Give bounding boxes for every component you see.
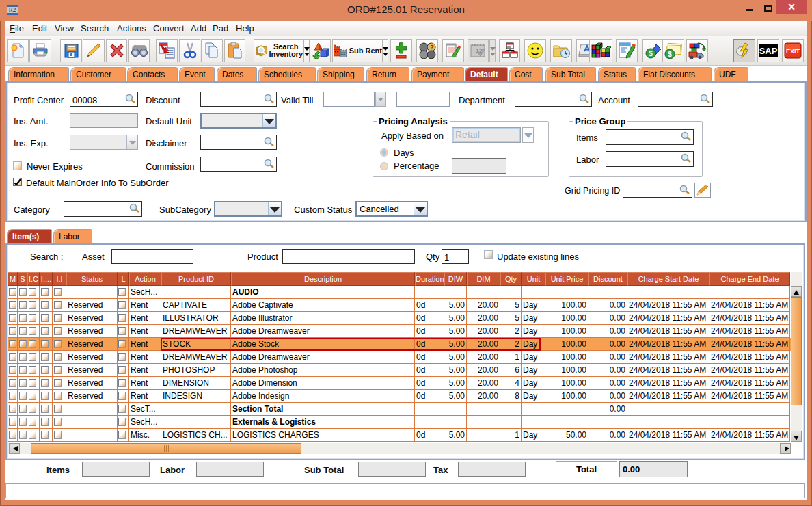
svg-text:$: $ xyxy=(668,51,672,58)
svg-text:EXIT: EXIT xyxy=(786,48,800,55)
svg-text:?: ? xyxy=(430,44,434,51)
svg-text:SAP: SAP xyxy=(759,46,778,56)
svg-text:$: $ xyxy=(649,50,653,57)
